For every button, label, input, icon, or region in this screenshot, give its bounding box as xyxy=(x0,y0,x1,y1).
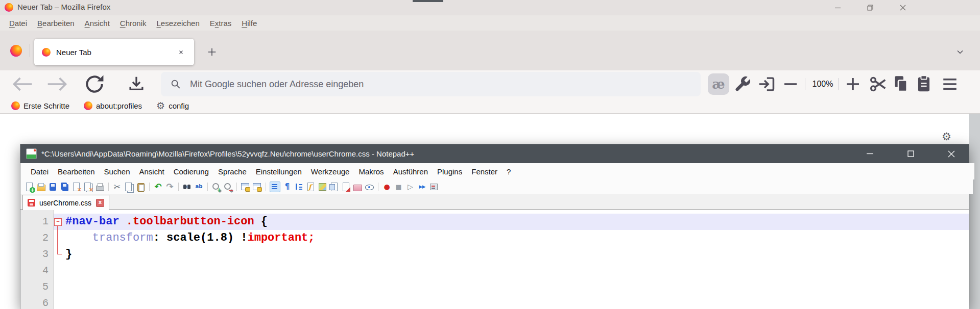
menubar-item-ansicht[interactable]: Ansicht xyxy=(80,17,115,30)
npp-menu-bearbeiten[interactable]: Bearbeiten xyxy=(53,165,100,178)
personalize-gear-icon[interactable]: ⚙ xyxy=(942,131,951,143)
paste-clipboard-icon[interactable] xyxy=(914,74,934,94)
macro-run-multiple-icon[interactable]: ▶▶ xyxy=(417,182,427,192)
page-scrollbar[interactable] xyxy=(969,114,980,309)
npp-menu-suchen[interactable]: Suchen xyxy=(100,165,135,178)
menubar-item-hilfe[interactable]: Hilfe xyxy=(236,17,262,30)
menubar-item-datei[interactable]: Datei xyxy=(4,17,32,30)
npp-menu-plugins[interactable]: Plugins xyxy=(433,165,467,178)
cut-scissors-icon[interactable] xyxy=(868,74,889,94)
save-icon[interactable] xyxy=(48,182,58,192)
firefox-minimize-button[interactable] xyxy=(826,0,849,15)
menubar-item-bearbeiten[interactable]: Bearbeiten xyxy=(32,17,80,30)
tabstrip-divider xyxy=(30,44,30,57)
new-file-icon[interactable] xyxy=(25,182,34,192)
macro-play-icon[interactable]: ▷ xyxy=(405,182,415,192)
notepadpp-toolbar: ✂↶↷ab¶●■▷▶▶ xyxy=(20,179,973,194)
wrench-icon[interactable] xyxy=(733,75,752,93)
hamburger-menu-icon[interactable] xyxy=(941,75,959,93)
close-file-icon[interactable] xyxy=(71,182,81,192)
code-editor[interactable]: 123456 #nav-bar .toolbarbutton-icon { tr… xyxy=(20,210,969,309)
doc-tab-userchrome-css[interactable]: userChrome.css x xyxy=(22,195,109,210)
redo-icon[interactable]: ↷ xyxy=(165,182,175,192)
menubar-item-chronik[interactable]: Chronik xyxy=(115,17,152,30)
toolbar-separator xyxy=(266,183,266,191)
downloads-icon[interactable] xyxy=(127,74,146,94)
menubar-item-lesezeichen[interactable]: Lesezeichen xyxy=(152,17,205,30)
sync-vertical-scroll-icon[interactable] xyxy=(241,182,250,192)
firefox-favicon xyxy=(11,101,20,110)
doc-tab-close-icon[interactable]: x xyxy=(96,199,104,207)
bookmark-about-profiles[interactable]: about:profiles xyxy=(81,100,145,112)
list-all-tabs-chevron-icon[interactable] xyxy=(953,45,967,59)
npp-menu-werkzeuge[interactable]: Werkzeuge xyxy=(306,165,354,178)
npp-menu-fenster[interactable]: Fenster xyxy=(467,165,502,178)
npp-menu-ausfhren[interactable]: Ausführen xyxy=(389,165,433,178)
paste-icon[interactable] xyxy=(136,182,146,192)
back-button[interactable] xyxy=(11,76,34,92)
zoom-out-icon[interactable] xyxy=(781,75,800,93)
npp-menu-makros[interactable]: Makros xyxy=(354,165,388,178)
toolbar-separator xyxy=(378,183,378,191)
new-tab-button[interactable] xyxy=(204,44,220,60)
npp-menu-datei[interactable]: Datei xyxy=(26,165,53,178)
zoom-out-icon[interactable] xyxy=(223,182,233,192)
document-map-icon[interactable] xyxy=(318,182,327,192)
close-all-icon[interactable] xyxy=(83,182,93,192)
cut-icon[interactable]: ✂ xyxy=(112,182,122,192)
open-folder-workspace-icon[interactable] xyxy=(353,182,363,192)
fold-collapse-icon[interactable]: − xyxy=(54,218,62,226)
find-icon[interactable] xyxy=(182,182,192,192)
notepadpp-close-button[interactable] xyxy=(938,144,965,163)
undo-icon[interactable]: ↶ xyxy=(153,182,163,192)
replace-icon[interactable]: ab xyxy=(194,182,204,192)
code-line: transform: scale(1.8) !important; xyxy=(65,230,969,246)
line-number-margin[interactable]: 123456 xyxy=(20,210,54,309)
indent-guide-icon[interactable] xyxy=(294,182,304,192)
copy-icon[interactable] xyxy=(124,182,134,192)
firefox-restore-button[interactable] xyxy=(858,0,882,15)
firefox-close-button[interactable] xyxy=(891,0,915,15)
npp-menu-codierung[interactable]: Codierung xyxy=(169,165,213,178)
clone-document-icon[interactable] xyxy=(329,182,339,192)
notepadpp-minimize-button[interactable] xyxy=(856,144,883,163)
firefox-titlebar: Neuer Tab – Mozilla Firefox xyxy=(0,0,980,15)
notepadpp-maximize-button[interactable] xyxy=(897,144,924,163)
macro-save-icon[interactable] xyxy=(429,182,439,192)
print-icon[interactable] xyxy=(95,182,105,192)
sign-in-icon[interactable] xyxy=(757,74,776,94)
npp-menu-?[interactable]: ? xyxy=(502,165,515,178)
menubar-item-extras[interactable]: Extras xyxy=(205,17,237,30)
macro-stop-icon[interactable]: ■ xyxy=(394,182,403,192)
firefox-menubar: DateiBearbeitenAnsichtChronikLesezeichen… xyxy=(0,15,980,31)
view-monitor-icon[interactable] xyxy=(365,182,374,192)
profile-badge-icon[interactable]: æ xyxy=(708,73,729,95)
run-script-icon[interactable] xyxy=(341,182,351,192)
url-bar[interactable]: Mit Google suchen oder Adresse eingeben xyxy=(161,72,701,96)
show-all-symbols-icon[interactable]: ¶ xyxy=(282,182,292,192)
open-file-icon[interactable] xyxy=(36,182,46,192)
save-all-icon[interactable] xyxy=(60,182,69,192)
code-token: } xyxy=(65,248,72,261)
zoom-in-icon[interactable] xyxy=(844,75,862,93)
copy-icon[interactable] xyxy=(891,74,911,94)
npp-menu-ansicht[interactable]: Ansicht xyxy=(134,165,169,178)
zoom-level-label[interactable]: 100% xyxy=(809,70,836,98)
bookmark-erste-schritte[interactable]: Erste Schritte xyxy=(8,100,73,112)
npp-menu-einstellungen[interactable]: Einstellungen xyxy=(251,165,306,178)
reload-icon[interactable] xyxy=(83,73,106,95)
bookmark-config[interactable]: ⚙config xyxy=(153,99,192,112)
code-token: important; xyxy=(247,231,315,244)
zoom-in-icon[interactable] xyxy=(211,182,221,192)
firefox-home-icon[interactable] xyxy=(10,45,22,57)
forward-button[interactable] xyxy=(46,76,68,92)
npp-menu-sprache[interactable]: Sprache xyxy=(213,165,251,178)
browser-tab-neuer-tab[interactable]: Neuer Tab xyxy=(34,39,194,65)
sync-horizontal-scroll-icon[interactable] xyxy=(252,182,262,192)
notepadpp-titlebar[interactable]: *C:\Users\Andi\AppData\Roaming\Mozilla\F… xyxy=(20,144,969,163)
bookmarks-toolbar: Erste Schritteabout:profiles⚙config xyxy=(0,98,980,113)
word-wrap-icon[interactable] xyxy=(270,182,280,192)
macro-record-icon[interactable]: ● xyxy=(382,182,392,192)
tab-close-icon[interactable] xyxy=(174,45,187,59)
function-completion-icon[interactable] xyxy=(306,182,316,192)
